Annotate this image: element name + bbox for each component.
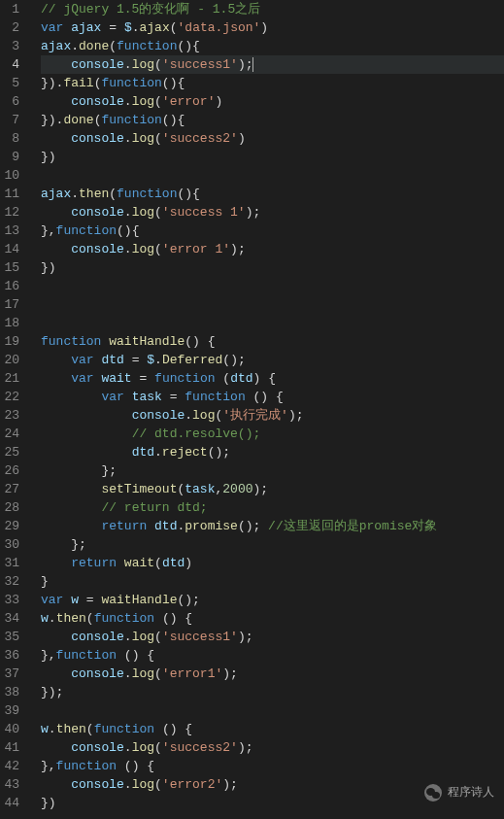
code-line[interactable]: console.log('success 1'); [41, 203, 504, 222]
line-number: 26 [4, 461, 19, 480]
line-number: 24 [4, 425, 19, 443]
line-number: 30 [4, 535, 19, 554]
line-number: 3 [4, 37, 19, 55]
line-number: 12 [4, 203, 19, 222]
line-number: 29 [4, 517, 19, 535]
code-line[interactable]: // dtd.resolve(); [41, 425, 504, 443]
code-line[interactable]: }) [41, 258, 504, 277]
code-line[interactable]: }; [41, 461, 504, 480]
code-line[interactable]: }) [41, 148, 504, 166]
line-number: 9 [4, 148, 19, 166]
line-number: 34 [4, 609, 19, 628]
line-number: 7 [4, 111, 19, 129]
code-line[interactable]: dtd.reject(); [41, 443, 504, 461]
code-line[interactable] [41, 166, 504, 185]
line-number: 5 [4, 74, 19, 92]
line-number-gutter: 1234567891011121314151617181920212223242… [0, 0, 27, 819]
code-line[interactable]: console.log('error1'); [41, 665, 504, 683]
code-line[interactable]: w.then(function () { [41, 720, 504, 738]
line-number: 16 [4, 277, 19, 295]
line-number: 43 [4, 775, 19, 794]
line-number: 17 [4, 295, 19, 314]
code-line[interactable]: var task = function () { [41, 388, 504, 406]
line-number: 4 [4, 55, 19, 74]
line-number: 6 [4, 92, 19, 111]
line-number: 42 [4, 757, 19, 775]
code-area[interactable]: // jQuery 1.5的变化啊 - 1.5之后var ajax = $.aj… [27, 0, 504, 819]
code-line[interactable]: var w = waitHandle(); [41, 591, 504, 609]
line-number: 11 [4, 185, 19, 203]
code-line[interactable]: },function(){ [41, 222, 504, 240]
code-line[interactable] [41, 295, 504, 314]
wechat-icon [424, 784, 442, 802]
code-line[interactable]: },function () { [41, 646, 504, 665]
line-number: 8 [4, 129, 19, 148]
code-line[interactable]: ajax.done(function(){ [41, 37, 504, 55]
watermark: 程序诗人 [424, 783, 494, 802]
line-number: 38 [4, 683, 19, 701]
line-number: 33 [4, 591, 19, 609]
code-line[interactable]: return wait(dtd) [41, 554, 504, 572]
code-line[interactable] [41, 314, 504, 332]
line-number: 39 [4, 701, 19, 720]
text-cursor [252, 57, 253, 72]
code-line[interactable]: // jQuery 1.5的变化啊 - 1.5之后 [41, 0, 504, 18]
code-line[interactable]: var dtd = $.Deferred(); [41, 351, 504, 369]
code-line[interactable]: }; [41, 535, 504, 554]
line-number: 41 [4, 738, 19, 757]
line-number: 1 [4, 0, 19, 18]
code-line[interactable]: function waitHandle() { [41, 332, 504, 351]
code-line[interactable]: return dtd.promise(); //这里返回的是promise对象 [41, 517, 504, 535]
line-number: 14 [4, 240, 19, 258]
code-line[interactable]: console.log('error') [41, 92, 504, 111]
line-number: 32 [4, 572, 19, 591]
code-line[interactable]: console.log('success2'); [41, 738, 504, 757]
code-line[interactable]: },function () { [41, 757, 504, 775]
line-number: 37 [4, 665, 19, 683]
code-line[interactable]: }); [41, 683, 504, 701]
code-line[interactable]: console.log('success2') [41, 129, 504, 148]
line-number: 20 [4, 351, 19, 369]
code-line[interactable]: console.log('执行完成'); [41, 406, 504, 425]
line-number: 2 [4, 18, 19, 37]
line-number: 22 [4, 388, 19, 406]
code-editor[interactable]: 1234567891011121314151617181920212223242… [0, 0, 504, 819]
code-line[interactable]: var wait = function (dtd) { [41, 369, 504, 388]
line-number: 44 [4, 794, 19, 812]
line-number: 36 [4, 646, 19, 665]
code-line[interactable]: console.log('success1'); [41, 55, 504, 74]
code-line[interactable]: } [41, 572, 504, 591]
code-line[interactable]: console.log('success1'); [41, 628, 504, 646]
code-line[interactable]: }).done(function(){ [41, 111, 504, 129]
code-line[interactable] [41, 701, 504, 720]
line-number: 27 [4, 480, 19, 498]
code-line[interactable]: var ajax = $.ajax('data.json') [41, 18, 504, 37]
line-number: 19 [4, 332, 19, 351]
watermark-label: 程序诗人 [448, 783, 494, 802]
line-number: 25 [4, 443, 19, 461]
line-number: 31 [4, 554, 19, 572]
line-number: 18 [4, 314, 19, 332]
code-line[interactable]: }).fail(function(){ [41, 74, 504, 92]
code-line[interactable]: console.log('error 1'); [41, 240, 504, 258]
line-number: 40 [4, 720, 19, 738]
line-number: 13 [4, 222, 19, 240]
line-number: 10 [4, 166, 19, 185]
line-number: 35 [4, 628, 19, 646]
code-line[interactable] [41, 277, 504, 295]
code-line[interactable]: w.then(function () { [41, 609, 504, 628]
line-number: 28 [4, 498, 19, 517]
code-line[interactable]: setTimeout(task,2000); [41, 480, 504, 498]
code-line[interactable]: // return dtd; [41, 498, 504, 517]
line-number: 21 [4, 369, 19, 388]
line-number: 23 [4, 406, 19, 425]
code-line[interactable]: ajax.then(function(){ [41, 185, 504, 203]
line-number: 15 [4, 258, 19, 277]
